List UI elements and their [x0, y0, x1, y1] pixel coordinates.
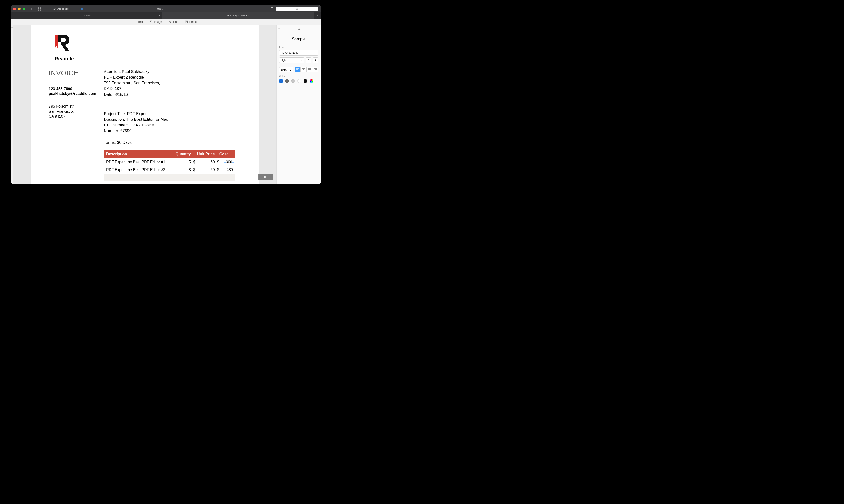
- redact-tool-label: Redact: [189, 20, 198, 23]
- panel-title: Text: [277, 25, 321, 33]
- tab-font007[interactable]: Font007 ×: [11, 13, 162, 19]
- text-tool[interactable]: Text: [133, 20, 143, 23]
- zoom-in-button[interactable]: +: [172, 7, 177, 11]
- table-row: PDF Expert the Best PDF Editor #1 5 $ 60…: [104, 158, 235, 166]
- align-center-button[interactable]: [301, 67, 307, 72]
- italic-button[interactable]: I: [313, 57, 318, 63]
- email: psakhatskyi@readdle.com: [49, 92, 104, 96]
- search-input[interactable]: [276, 6, 318, 11]
- cell-currency: $: [193, 158, 198, 166]
- minimize-window-button[interactable]: [18, 7, 21, 10]
- svg-rect-5: [40, 10, 41, 10]
- cell-price[interactable]: 60: [198, 158, 217, 166]
- color-swatches: [279, 79, 318, 83]
- svg-rect-4: [38, 10, 39, 10]
- cell-price[interactable]: 60: [198, 166, 217, 174]
- th-cost: Cost: [217, 150, 235, 158]
- app-window: Annotate Edit 100% ⌄ − + Font00: [11, 5, 321, 183]
- color-swatch-lightgray[interactable]: [291, 79, 295, 83]
- traffic-lights: [13, 7, 25, 10]
- chevron-down-icon: ⌄: [301, 59, 303, 61]
- zoom-out-button[interactable]: −: [166, 7, 171, 11]
- tab-invoice[interactable]: PDF Expert Invoice: [162, 13, 314, 19]
- cell-cost-selected[interactable]: 300: [222, 158, 235, 166]
- titlebar: Annotate Edit 100% ⌄ − +: [11, 5, 321, 13]
- text-icon: [133, 20, 136, 23]
- align-left-button[interactable]: [295, 67, 301, 72]
- link-icon: [169, 20, 172, 23]
- zoom-selector[interactable]: 100% ⌄: [154, 7, 163, 11]
- cell-currency: $: [217, 158, 222, 166]
- zoom-value: 100%: [154, 7, 161, 11]
- pen-icon: [53, 7, 56, 11]
- chevron-down-icon: ⌄: [162, 8, 163, 10]
- color-picker-button[interactable]: [310, 79, 313, 83]
- fullscreen-window-button[interactable]: [23, 7, 25, 10]
- font-size-select[interactable]: 10 pt ⌄: [279, 67, 293, 72]
- text-properties-panel: » Text Sample Font Helvetica Neue ⌄ Ligh…: [276, 25, 321, 183]
- text-cursor-icon: [74, 7, 77, 11]
- color-swatch-gray[interactable]: [285, 79, 289, 83]
- text-tool-label: Text: [138, 20, 143, 23]
- cell-desc[interactable]: PDF Expert the Best PDF Editor #2: [104, 166, 173, 174]
- cell-currency: $: [217, 166, 222, 174]
- project-block: Project Title: PDF Expert Description: T…: [104, 111, 241, 134]
- thumbnails-icon[interactable]: [37, 6, 42, 12]
- font-weight-select[interactable]: Light ⌄: [279, 57, 304, 63]
- sidebar-toggle-icon[interactable]: [30, 6, 35, 12]
- cell-qty[interactable]: 8: [173, 166, 193, 174]
- close-tab-icon[interactable]: ×: [159, 14, 160, 17]
- th-price: Unit Price: [193, 150, 217, 158]
- terms: Terms: 30 Days: [104, 140, 241, 145]
- align-right-button[interactable]: [312, 67, 318, 72]
- readdle-logo: [55, 35, 69, 52]
- tab-label: PDF Expert Invoice: [227, 14, 249, 17]
- svg-rect-0: [31, 8, 34, 10]
- sample-preview: Sample: [279, 37, 318, 41]
- align-justify-button[interactable]: [307, 67, 312, 72]
- share-icon[interactable]: [270, 6, 274, 11]
- bold-button[interactable]: B: [306, 57, 311, 63]
- document-tabs: Font007 × PDF Expert Invoice +: [11, 13, 321, 19]
- chevron-down-icon: ⌄: [289, 68, 292, 71]
- text-align-group: [295, 67, 318, 72]
- cell-currency: $: [193, 166, 198, 174]
- company-name: Readdle: [55, 56, 241, 61]
- svg-line-8: [297, 9, 298, 10]
- th-description: Description: [104, 150, 173, 158]
- invoice-title: INVOICE: [49, 69, 104, 77]
- image-tool[interactable]: Image: [150, 20, 162, 23]
- attention-block: Attention: Paul Sakhatskyi PDF Expert 2 …: [104, 69, 241, 97]
- color-swatch-blue[interactable]: [279, 79, 283, 83]
- cell-cost[interactable]: 480: [222, 166, 235, 174]
- font-family-select[interactable]: Helvetica Neue ⌄: [279, 50, 318, 56]
- edit-mode[interactable]: Edit: [74, 7, 84, 11]
- image-icon: [150, 20, 153, 23]
- page-indicator: 1 of 1: [258, 174, 273, 180]
- annotate-label: Annotate: [57, 7, 69, 11]
- edit-label: Edit: [79, 7, 84, 11]
- color-label: Color: [279, 75, 318, 78]
- color-swatch-white[interactable]: [297, 79, 301, 83]
- svg-rect-3: [40, 7, 41, 8]
- annotate-mode[interactable]: Annotate: [53, 7, 69, 11]
- add-tab-button[interactable]: +: [314, 13, 321, 19]
- close-window-button[interactable]: [13, 7, 16, 10]
- document-viewport[interactable]: Readdle INVOICE 123-456-7890 psakhatskyi…: [13, 25, 276, 183]
- link-tool[interactable]: Link: [169, 20, 178, 23]
- svg-rect-2: [38, 7, 39, 8]
- image-tool-label: Image: [154, 20, 162, 23]
- cell-qty[interactable]: 5: [173, 158, 193, 166]
- address: 795 Folsom str., San Francisco, CA 94107: [49, 104, 104, 119]
- th-quantity: Quantity: [173, 150, 193, 158]
- color-swatch-black[interactable]: [304, 79, 307, 83]
- chevron-down-icon: ⌄: [315, 52, 317, 54]
- font-label: Font: [279, 46, 318, 49]
- cell-desc[interactable]: PDF Expert the Best PDF Editor #1: [104, 158, 173, 166]
- left-gutter[interactable]: [11, 25, 13, 183]
- collapse-panel-icon[interactable]: »: [278, 26, 280, 30]
- content-area: Readdle INVOICE 123-456-7890 psakhatskyi…: [11, 25, 321, 183]
- table-row-empty: [104, 174, 235, 181]
- redact-tool[interactable]: Redact: [185, 20, 198, 23]
- zoom-controls: 100% ⌄ − +: [154, 7, 177, 11]
